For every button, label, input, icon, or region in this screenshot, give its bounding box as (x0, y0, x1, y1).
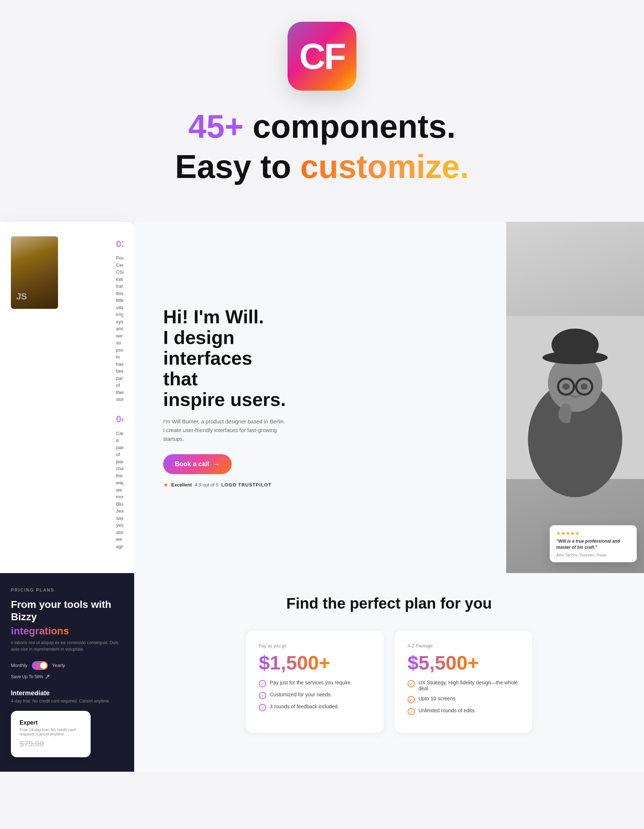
feature-text-az-3: Unlimited rounds of edits. (418, 708, 476, 713)
pricing-desc: o laboris nisi ut aliquip ex ea commodo … (11, 640, 123, 652)
price-strikethrough: $79.00 (20, 739, 44, 748)
case-study-number-row-4: 04 Case Study 04 : (116, 412, 123, 427)
person-svg (506, 222, 644, 573)
toggle-monthly-label: Monthly (11, 663, 28, 668)
save-arrow-icon: ↗ (44, 673, 50, 681)
badge-stars: ★★★★★ (556, 530, 630, 536)
logo-container: CF (287, 22, 357, 91)
trustpilot-logo: LOGO TRUSTPILOT (221, 482, 271, 487)
excellent-label: Excellent (171, 482, 192, 487)
pricing-card-price-payg: $1,500+ (259, 653, 371, 672)
pricing-feature-1: Pay just for the services you require. (259, 680, 371, 687)
badge-quote: "Will is a true professional and master … (556, 538, 630, 551)
check-icon-az-3 (407, 708, 415, 715)
feature-text-3: 3 rounds of feedback included. (270, 704, 339, 709)
svg-point-10 (581, 383, 588, 390)
pricing-feature-az-2: Upto 10 screens (407, 696, 519, 703)
pricing-feature-az-3: Unlimited rounds of edits. (407, 708, 519, 715)
check-icon-1 (259, 680, 266, 687)
pricing-left-panel: PRICING PLANS From your tools with Bizzy… (0, 573, 134, 772)
feature-text-az-1: UX Strategy, High fidelity design—the wh… (418, 680, 519, 691)
feature-text-1: Pay just for the services you require. (270, 680, 352, 686)
pricing-feature-3: 3 rounds of feedback included. (259, 704, 371, 711)
portfolio-h-line2: I design (163, 327, 234, 348)
portfolio-h-line3: interfaces that (163, 348, 253, 389)
logo-text: CF (299, 38, 344, 74)
portfolio-person-photo: ★★★★★ "Will is a true professional and m… (506, 222, 644, 573)
star-icon: ★ (163, 481, 168, 488)
expert-card: Expert Free 14-day trial. No credit card… (11, 711, 91, 757)
hero-customize: customize. (300, 149, 469, 185)
pricing-card-payg: Pay as you go $1,500+ Pay just for the s… (246, 630, 384, 733)
case-study-desc-3: Powerful Cement's CSR initiative transfo… (116, 254, 123, 403)
case-study-item-4: 04 Case Study 04 : Can a pair of jeans c… (116, 412, 123, 550)
check-icon-3 (259, 704, 266, 711)
portfolio-h-line1: Hi! I'm Will. (163, 306, 264, 327)
svg-point-5 (551, 329, 599, 361)
feature-text-2: Customized for your needs. (270, 692, 332, 697)
pricing-cards-row: Pay as you go $1,500+ Pay just for the s… (163, 630, 615, 733)
hero-headline-line1: 45+ components. (188, 109, 456, 145)
pricing-row: PRICING PLANS From your tools with Bizzy… (0, 573, 644, 772)
case-study-image (11, 236, 58, 309)
pricing-headline-text: From your tools with Bizzy (11, 599, 111, 623)
billing-toggle[interactable] (32, 661, 48, 670)
pricing-tag: PRICING PLANS (11, 588, 123, 593)
excellent-row: ★ Excellent 4.9 out of 5 LOGO TRUSTPILOT (163, 481, 286, 488)
pricing-integrations-text: integrations (11, 625, 69, 637)
pricing-right-title: Find the perfect plan for you (163, 595, 615, 612)
plan-name-dark: Intermediate (11, 689, 123, 697)
expert-price: $79.00 (20, 739, 82, 749)
check-icon-az-2 (407, 696, 415, 703)
hero-number: 45+ (188, 109, 244, 145)
save-text: Save Up To 58% ↗ (11, 673, 123, 681)
pricing-card-price-az: $5,500+ (407, 653, 519, 672)
pricing-headline-integrations: integrations (11, 625, 123, 637)
pricing-card-az: A-Z Package $5,500+ UX Strategy, High fi… (395, 630, 532, 733)
book-call-arrow: → (213, 460, 220, 468)
portfolio-card: Hi! I'm Will. I design interfaces that i… (134, 222, 644, 573)
excellent-rating: 4.9 out of 5 (195, 482, 218, 487)
check-icon-az-1 (407, 680, 415, 687)
book-call-button[interactable]: Book a call → (163, 454, 232, 474)
hero-headline-line2: Easy to customize. (175, 148, 469, 186)
portfolio-bio: I'm Will Burner, a product designer base… (163, 417, 286, 443)
book-call-label: Book a call (175, 460, 209, 468)
check-icon-2 (259, 692, 266, 699)
expert-title: Expert (20, 720, 82, 726)
case-study-num-4: 04 (116, 414, 123, 425)
components-row: 03 Case Study 03 : Powerful Cement's CSR… (0, 222, 644, 573)
pricing-card-tag-payg: Pay as you go (259, 643, 371, 648)
portfolio-h-line4: inspire users. (163, 389, 286, 410)
hero-line2-prefix: Easy to (175, 149, 300, 185)
pricing-feature-az-1: UX Strategy, High fidelity design—the wh… (407, 680, 519, 691)
portfolio-headline: Hi! I'm Will. I design interfaces that i… (163, 307, 286, 410)
pricing-card-tag-az: A-Z Package (407, 643, 519, 648)
pricing-right-panel: Find the perfect plan for you Pay as you… (134, 573, 644, 772)
case-study-desc-4: Can a pair of jeans change the way we mo… (116, 430, 123, 550)
pricing-headline: From your tools with Bizzy (11, 599, 123, 623)
case-study-item-3: 03 Case Study 03 : Powerful Cement's CSR… (116, 236, 123, 403)
case-study-num-3: 03 (116, 238, 123, 250)
feature-text-az-2: Upto 10 screens (418, 696, 455, 701)
badge-author: Alex Tachov, Founder, Poise (556, 553, 630, 557)
hero-line1-suffix: components. (253, 109, 456, 145)
testimonial-badge: ★★★★★ "Will is a true professional and m… (550, 525, 637, 562)
case-study-card: 03 Case Study 03 : Powerful Cement's CSR… (0, 222, 134, 573)
hero-section: CF 45+ components. Easy to customize. (0, 0, 644, 222)
portfolio-content: Hi! I'm Will. I design interfaces that i… (163, 307, 286, 489)
pricing-feature-2: Customized for your needs. (259, 692, 371, 699)
plan-trial-dark: 4-day trial. No credit card required. Ca… (11, 698, 123, 704)
expert-trial: Free 14-day trial. No credit card requir… (20, 728, 82, 736)
pricing-toggle-row: Monthly Yearly (11, 661, 123, 670)
case-study-number-row: 03 Case Study 03 : (116, 236, 123, 252)
toggle-yearly-label: Yearly (52, 663, 65, 668)
svg-point-9 (562, 383, 570, 390)
save-label: Save Up To 58% (11, 674, 43, 679)
